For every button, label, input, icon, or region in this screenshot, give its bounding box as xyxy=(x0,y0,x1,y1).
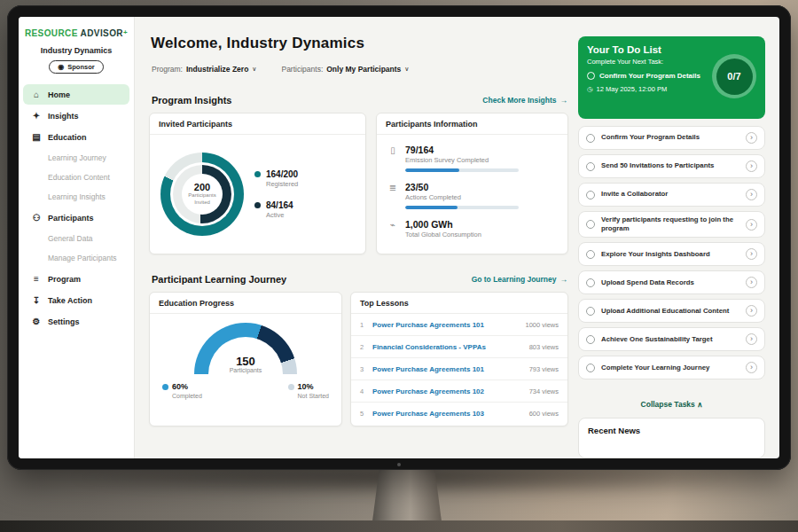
stat-emission-survey: ▯ 79/164 Emission Survey Completed xyxy=(387,145,557,172)
lesson-row: 3 Power Purchase Agreements 101 793 view… xyxy=(351,358,567,380)
monitor-frame: RESOURCE ADVISOR+ Industry Dynamics ◉ Sp… xyxy=(7,5,791,470)
insights-icon: ✦ xyxy=(31,111,42,121)
sidebar-item-learning-journey[interactable]: Learning Journey xyxy=(23,148,129,168)
chevron-right-icon[interactable]: › xyxy=(746,189,757,200)
collapse-tasks-link[interactable]: Collapse Tasks ∧ xyxy=(578,400,765,409)
lesson-link[interactable]: Power Purchase Agreements 101 xyxy=(372,365,529,373)
section-title-learning-journey: Participant Learning Journey xyxy=(152,274,286,285)
arrow-right-icon: → xyxy=(560,275,568,284)
sidebar-item-home[interactable]: ⌂ Home xyxy=(23,84,129,105)
legend-dot xyxy=(162,384,168,390)
sidebar-item-participants[interactable]: ⚇ Participants xyxy=(23,207,129,228)
participants-icon: ⚇ xyxy=(31,213,42,223)
program-filter[interactable]: Program: Industrialize Zero ∨ xyxy=(152,65,256,74)
task-row-verify-participants[interactable]: Verify participants requesting to join t… xyxy=(578,211,765,238)
go-to-learning-journey-link[interactable]: Go to Learning Journey → xyxy=(472,275,567,284)
sponsor-icon: ◉ xyxy=(58,64,64,71)
chevron-right-icon[interactable]: › xyxy=(746,248,757,260)
program-icon: ≡ xyxy=(31,274,42,284)
recent-news-title: Recent News xyxy=(588,426,755,435)
sidebar-item-manage-participants[interactable]: Manage Participants xyxy=(23,248,129,268)
todo-progress-ring: 0/7 xyxy=(712,54,756,98)
chevron-right-icon[interactable]: › xyxy=(746,362,757,373)
sponsor-badge-label: Sponsor xyxy=(67,63,94,71)
invited-participants-donut-chart: 200 Participants Invited xyxy=(160,153,244,236)
task-checkbox[interactable] xyxy=(586,278,595,287)
sponsor-badge[interactable]: ◉ Sponsor xyxy=(49,60,103,74)
task-checkbox[interactable] xyxy=(586,162,595,171)
education-progress-card: Education Progress 150 Participants xyxy=(149,292,342,426)
chevron-right-icon[interactable]: › xyxy=(746,132,757,144)
sidebar-item-label: Settings xyxy=(48,317,80,326)
learning-journey-header: Participant Learning Journey Go to Learn… xyxy=(152,274,567,285)
lesson-link[interactable]: Power Purchase Agreements 101 xyxy=(372,321,525,329)
sidebar-item-settings[interactable]: ⚙ Settings xyxy=(23,311,129,332)
task-row-upload-educational-content[interactable]: Upload Additional Educational Content › xyxy=(578,299,765,323)
task-checkbox[interactable] xyxy=(586,364,595,372)
education-progress-gauge-chart: 150 Participants xyxy=(194,323,297,374)
sidebar-item-education-content[interactable]: Education Content xyxy=(23,168,129,187)
lesson-link[interactable]: Financial Considerations - VPPAs xyxy=(372,343,529,351)
chevron-right-icon[interactable]: › xyxy=(746,160,757,172)
gauge-center-value: 150 xyxy=(194,356,297,367)
todo-next-task[interactable]: Confirm Your Program Details xyxy=(587,72,711,80)
checkbox-circle-icon[interactable] xyxy=(587,72,595,80)
task-checkbox[interactable] xyxy=(586,250,595,259)
participants-filter[interactable]: Participants: Only My Participants ∨ xyxy=(281,65,409,74)
sidebar-item-label: Manage Participants xyxy=(48,254,117,262)
section-title-program-insights: Program Insights xyxy=(152,95,231,106)
chevron-right-icon[interactable]: › xyxy=(746,277,757,288)
chevron-right-icon[interactable]: › xyxy=(746,305,757,317)
progress-bar xyxy=(405,206,519,209)
check-more-insights-link[interactable]: Check More Insights → xyxy=(482,96,567,105)
task-row-complete-learning-journey[interactable]: Complete Your Learning Journey › xyxy=(578,356,765,379)
participants-information-card: Participants Information ▯ 79/164 Emissi… xyxy=(376,113,568,254)
sidebar-item-take-action[interactable]: ↧ Take Action xyxy=(23,290,129,310)
lesson-link[interactable]: Power Purchase Agreements 102 xyxy=(372,387,529,395)
progress-bar xyxy=(405,168,519,172)
task-list: Confirm Your Program Details › Send 50 I… xyxy=(578,126,765,379)
lesson-link[interactable]: Power Purchase Agreements 103 xyxy=(372,410,529,418)
chevron-up-icon: ∧ xyxy=(697,400,702,409)
task-row-achieve-target[interactable]: Achieve One Sustainability Target › xyxy=(578,327,765,351)
gauge-center-label: Participants xyxy=(194,367,297,373)
sidebar-item-label: Learning Journey xyxy=(48,153,106,162)
task-row-confirm-program[interactable]: Confirm Your Program Details › xyxy=(578,126,765,150)
lesson-row: 5 Power Purchase Agreements 103 600 view… xyxy=(351,403,567,425)
invited-participants-card: Invited Participants 200 Participants In… xyxy=(149,113,366,254)
energy-icon: ⌁ xyxy=(387,220,398,239)
task-row-invite-collaborator[interactable]: Invite a Collaborator › xyxy=(578,183,765,207)
chevron-right-icon[interactable]: › xyxy=(746,219,757,231)
task-row-upload-spend-data[interactable]: Upload Spend Data Records › xyxy=(578,270,765,294)
lesson-row: 4 Power Purchase Agreements 102 734 view… xyxy=(351,380,567,403)
sidebar-item-general-data[interactable]: General Data xyxy=(23,229,129,248)
background-scene: RESOURCE ADVISOR+ Industry Dynamics ◉ Sp… xyxy=(0,0,798,532)
logo-text-advisor: ADVISOR xyxy=(81,28,123,38)
card-title: Education Progress xyxy=(150,293,341,314)
legend-item-active: 84/164 Active xyxy=(254,200,298,219)
card-title: Participants Information xyxy=(377,113,567,135)
task-row-explore-insights[interactable]: Explore Your Insights Dashboard › xyxy=(578,242,765,266)
legend-dot xyxy=(254,202,261,208)
sidebar-item-program[interactable]: ≡ Program xyxy=(23,269,129,289)
main-content: Welcome, Industry Dynamics Program: Indu… xyxy=(135,17,576,458)
task-checkbox[interactable] xyxy=(586,134,595,143)
task-checkbox[interactable] xyxy=(586,220,595,229)
lesson-row: 1 Power Purchase Agreements 101 1000 vie… xyxy=(351,314,567,336)
sidebar-item-label: General Data xyxy=(48,234,93,243)
sidebar-item-education[interactable]: ▤ Education xyxy=(23,127,129,147)
chevron-right-icon[interactable]: › xyxy=(746,333,757,345)
logo-text-resource: RESOURCE xyxy=(25,28,78,38)
sidebar-item-learning-insights[interactable]: Learning Insights xyxy=(23,187,129,207)
task-row-send-invitations[interactable]: Send 50 Invitations to Participants › xyxy=(578,154,765,178)
sidebar-item-label: Home xyxy=(48,90,70,99)
home-icon: ⌂ xyxy=(31,90,42,99)
desk-edge xyxy=(0,520,798,532)
task-checkbox[interactable] xyxy=(586,307,595,316)
participants-filter-label: Participants: xyxy=(281,65,323,74)
sidebar-item-insights[interactable]: ✦ Insights xyxy=(23,106,129,126)
recent-news-card: Recent News xyxy=(578,418,765,458)
task-checkbox[interactable] xyxy=(586,335,595,344)
task-checkbox[interactable] xyxy=(586,191,595,200)
donut-center-label: Participants Invited xyxy=(184,192,220,207)
